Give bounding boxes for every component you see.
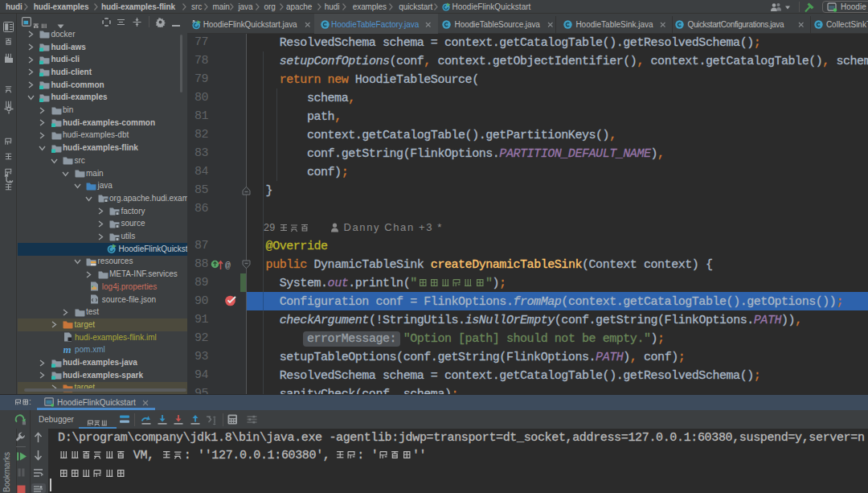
svg-text:m: m xyxy=(63,345,72,355)
